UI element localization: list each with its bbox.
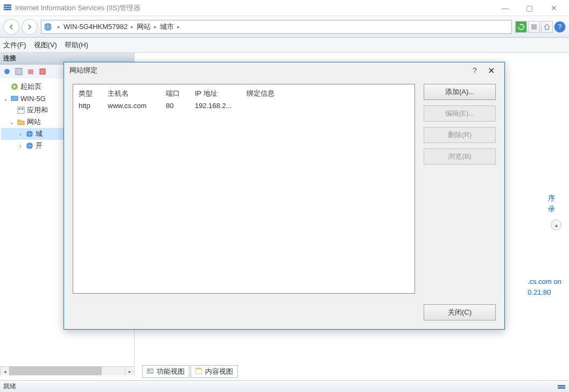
close-dialog-button[interactable]: 关闭(C) <box>424 304 496 320</box>
stop-button[interactable] <box>528 21 540 33</box>
collapse-icon[interactable]: ⌄ <box>2 96 9 102</box>
content-icon <box>195 368 203 375</box>
tree-apppools-label: 应用和 <box>27 105 48 115</box>
svg-rect-9 <box>40 69 45 74</box>
window-controls: — ▢ ✕ <box>493 1 566 16</box>
browse-link-line1: .cs.com on <box>528 277 561 286</box>
svg-rect-22 <box>558 387 565 389</box>
tab-content[interactable]: 内容视图 <box>191 365 238 378</box>
svg-rect-13 <box>19 108 20 110</box>
dialog-title: 网站绑定 <box>69 66 467 75</box>
close-button[interactable]: ✕ <box>542 1 566 16</box>
cell-host: www.cs.com <box>108 102 166 110</box>
svg-rect-8 <box>28 69 33 74</box>
server-icon <box>10 94 19 103</box>
minimize-button[interactable]: — <box>493 1 517 16</box>
svg-rect-21 <box>558 385 565 387</box>
svg-rect-12 <box>18 107 24 113</box>
tree-sites-label: 网站 <box>27 117 41 127</box>
delete-icon[interactable] <box>26 67 36 76</box>
iis-icon <box>3 4 12 12</box>
forward-button[interactable] <box>22 19 38 35</box>
window-title: Internet Information Services (IIS)管理器 <box>15 3 493 13</box>
breadcrumb[interactable]: ▸ WIN-5G4HKM57982 ▸ 网站 ▸ 城市 ▸ <box>41 20 512 34</box>
breadcrumb-server[interactable]: WIN-5G4HKM57982 <box>64 23 128 31</box>
start-icon <box>10 82 19 91</box>
svg-rect-11 <box>11 96 18 101</box>
tree-site1-label: 城 <box>36 129 43 139</box>
breadcrumb-site[interactable]: 城市 <box>160 22 174 32</box>
tab-features-label: 功能视图 <box>157 367 185 376</box>
breadcrumb-sites[interactable]: 网站 <box>137 22 151 32</box>
tree-site2-label: 开 <box>36 141 43 151</box>
refresh-button[interactable] <box>515 21 527 33</box>
tree-server-label: WIN-5G <box>20 95 46 103</box>
site-bindings-dialog: 网站绑定 ? ✕ 类型 主机名 端口 IP 地址 绑定信息 http www.c… <box>64 62 505 330</box>
globe-icon <box>44 23 52 31</box>
binding-row[interactable]: http www.cs.com 80 192.168.2... <box>79 101 409 111</box>
globe-icon <box>25 130 34 138</box>
browse-link[interactable]: .cs.com on 0.21:80 <box>528 276 561 298</box>
sidebar-hscroll[interactable]: ◂ ▸ <box>0 366 134 375</box>
chevron-right-icon: ▸ <box>131 24 134 30</box>
svg-rect-0 <box>4 6 11 8</box>
scroll-left-icon[interactable]: ◂ <box>0 367 9 376</box>
chevron-right-icon: ▸ <box>58 24 60 30</box>
dialog-footer: 关闭(C) <box>64 299 504 329</box>
collapse-panel-icon[interactable]: ▴ <box>551 219 561 230</box>
home-button[interactable] <box>541 21 553 33</box>
settings-icon[interactable] <box>38 67 47 76</box>
nav-right-buttons: ? <box>515 21 566 33</box>
cell-type: http <box>79 102 108 110</box>
header-ip[interactable]: IP 地址 <box>195 89 247 98</box>
dialog-close-button[interactable]: ✕ <box>483 66 499 76</box>
svg-rect-18 <box>148 370 150 371</box>
help-button[interactable]: ? <box>554 21 566 33</box>
menu-view[interactable]: 视图(V) <box>34 40 57 50</box>
collapse-icon[interactable]: ⌄ <box>9 119 15 125</box>
actions-links: 序 录 <box>548 194 555 214</box>
tree-start-label: 起始页 <box>20 82 41 91</box>
scroll-right-icon[interactable]: ▸ <box>125 367 134 376</box>
svg-rect-20 <box>195 368 202 369</box>
status-config-icon[interactable] <box>557 382 566 391</box>
header-bindinfo[interactable]: 绑定信息 <box>247 89 409 98</box>
view-tabs: 功能视图 内容视图 <box>142 365 238 378</box>
tab-features[interactable]: 功能视图 <box>142 365 189 378</box>
header-host[interactable]: 主机名 <box>108 89 166 98</box>
globe-icon <box>25 141 34 150</box>
status-ready: 就绪 <box>3 382 16 391</box>
add-button[interactable]: 添加(A)... <box>424 84 496 100</box>
header-type[interactable]: 类型 <box>79 89 108 98</box>
dialog-body: 类型 主机名 端口 IP 地址 绑定信息 http www.cs.com 80 … <box>64 79 504 299</box>
action-link-2[interactable]: 录 <box>548 204 555 214</box>
menu-help[interactable]: 帮助(H) <box>65 40 88 50</box>
browse-button: 浏览(B) <box>424 148 496 165</box>
save-icon[interactable] <box>14 67 24 76</box>
dialog-help-button[interactable]: ? <box>467 66 483 75</box>
svg-rect-1 <box>4 9 11 10</box>
tab-content-label: 内容视图 <box>205 367 233 376</box>
expand-icon[interactable]: › <box>17 131 24 137</box>
header-port[interactable]: 端口 <box>166 89 195 98</box>
features-icon <box>147 368 154 375</box>
bindings-list[interactable]: 类型 主机名 端口 IP 地址 绑定信息 http www.cs.com 80 … <box>73 84 415 294</box>
maximize-button[interactable]: ▢ <box>517 1 542 16</box>
svg-rect-5 <box>531 24 537 30</box>
expand-icon[interactable]: › <box>17 143 24 149</box>
connect-icon[interactable] <box>2 67 12 76</box>
cell-bindinfo <box>247 102 409 110</box>
menu-file[interactable]: 文件(F) <box>3 40 26 50</box>
back-button[interactable] <box>3 19 19 35</box>
scroll-track[interactable] <box>9 367 125 375</box>
scroll-thumb[interactable] <box>9 367 102 375</box>
svg-rect-17 <box>147 369 153 373</box>
svg-point-6 <box>4 69 10 74</box>
titlebar: Internet Information Services (IIS)管理器 —… <box>0 0 569 16</box>
folder-icon <box>17 118 25 126</box>
action-link-1[interactable]: 序 <box>548 194 555 203</box>
dialog-button-column: 添加(A)... 编辑(E)... 删除(R) 浏览(B) <box>424 84 496 294</box>
apppool-icon <box>17 106 25 115</box>
nav-arrows <box>3 19 38 35</box>
svg-rect-7 <box>16 68 22 75</box>
